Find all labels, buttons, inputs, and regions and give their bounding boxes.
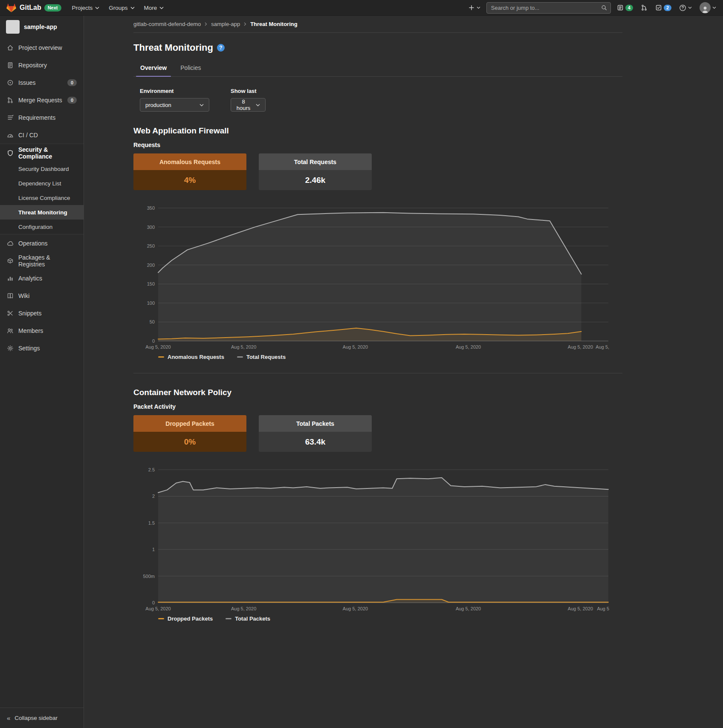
project-head[interactable]: sample-app — [0, 16, 84, 37]
shield-icon — [7, 150, 14, 156]
legend-item-anomalous-requests[interactable]: Anomalous Requests — [158, 354, 224, 360]
sidebar-item-requirements[interactable]: Requirements — [0, 109, 84, 126]
cnp-subheading: Packet Activity — [133, 403, 622, 410]
threat-monitoring-tabs: Overview Policies — [133, 59, 622, 77]
sidebar-item-label: Snippets — [18, 310, 41, 317]
waf-requests-chart: 050100150200250300350Aug 5, 2020Aug 5, 2… — [133, 205, 622, 350]
total-packets-stat-card: Total Packets 63.4k — [259, 415, 372, 452]
chevron-down-icon — [477, 6, 480, 9]
main-content: gitlab-commit-defend-demo sample-app Thr… — [84, 16, 723, 639]
dropped-packets-stat-card: Dropped Packets 0% — [133, 415, 246, 452]
legend-item-dropped-packets[interactable]: Dropped Packets — [158, 615, 213, 622]
search-icon[interactable] — [601, 5, 610, 11]
sidebar-item-label: Requirements — [18, 114, 55, 121]
nav-menu-groups[interactable]: Groups — [104, 0, 139, 16]
sidebar-item-label: Operations — [18, 240, 47, 247]
sidebar-subitem-label: License Compliance — [18, 195, 70, 201]
cnp-packet-chart: 0500m11.522.5Aug 5, 2020Aug 5, 2020Aug 5… — [133, 467, 622, 612]
sidebar-item-merge-requests[interactable]: Merge Requests 0 — [0, 91, 84, 109]
users-icon — [7, 327, 14, 334]
legend-label: Total Packets — [235, 615, 270, 622]
sidebar-item-wiki[interactable]: Wiki — [0, 287, 84, 304]
stat-label: Total Requests — [259, 153, 372, 170]
sidebar-item-label: Analytics — [18, 275, 42, 282]
waf-heading: Web Application Firewall — [133, 126, 622, 136]
breadcrumb-group-link[interactable]: gitlab-commit-defend-demo — [133, 21, 201, 27]
issues-icon — [617, 4, 624, 11]
sidebar-subitem-label: Security Dashboard — [18, 166, 69, 172]
collapse-sidebar-label: Collapse sidebar — [14, 715, 58, 721]
cnp-chart-legend: Dropped Packets Total Packets — [158, 615, 622, 622]
legend-label: Total Requests — [246, 354, 286, 360]
svg-text:300: 300 — [147, 225, 155, 230]
tab-overview[interactable]: Overview — [133, 59, 174, 76]
book-icon — [7, 292, 14, 299]
gear-icon — [7, 345, 14, 352]
svg-text:1: 1 — [152, 547, 155, 552]
filters-row: Environment production Show last 8 hours — [140, 88, 622, 112]
svg-text:Aug 5, 2020: Aug 5, 2020 — [456, 606, 481, 611]
show-last-label: Show last — [231, 88, 266, 94]
help-menu-button[interactable] — [677, 0, 694, 16]
sidebar-item-ci-cd[interactable]: CI / CD — [0, 126, 84, 144]
legend-dash-gray — [237, 356, 243, 358]
sidebar-item-repository[interactable]: Repository — [0, 56, 84, 74]
breadcrumb-project-link[interactable]: sample-app — [211, 21, 240, 27]
help-icon — [679, 4, 686, 12]
list-icon — [7, 114, 14, 121]
project-avatar — [6, 20, 20, 34]
sidebar-item-security-compliance[interactable]: Security & Compliance — [0, 144, 84, 162]
legend-item-total-packets[interactable]: Total Packets — [226, 615, 270, 622]
tab-policies[interactable]: Policies — [174, 59, 208, 76]
cloud-icon — [7, 240, 14, 247]
svg-text:350: 350 — [147, 205, 155, 211]
stat-label: Anomalous Requests — [133, 153, 246, 170]
todo-check-icon — [655, 4, 662, 11]
snippet-scissors-icon — [7, 310, 14, 317]
nav-menu-more-label: More — [144, 5, 157, 11]
sidebar-item-operations[interactable]: Operations — [0, 234, 84, 252]
navbar-merge-requests-button[interactable] — [639, 0, 649, 16]
next-badge: Next — [44, 4, 61, 12]
navbar-todos-button[interactable]: 2 — [654, 0, 673, 16]
sidebar-item-issues[interactable]: Issues 0 — [0, 74, 84, 91]
user-menu-button[interactable] — [698, 0, 718, 16]
svg-text:Aug 5, 2020: Aug 5, 2020 — [231, 606, 256, 611]
gitlab-home-link[interactable]: GitLab Next — [3, 3, 67, 13]
sidebar-group-security: Security & Compliance Security Dashboard… — [0, 144, 84, 234]
environment-select[interactable]: production — [140, 98, 209, 112]
sidebar-nav: Project overview Repository Issues 0 Mer… — [0, 37, 84, 708]
issues-count-badge: 4 — [625, 5, 633, 11]
svg-text:Aug 5, 2020: Aug 5, 2020 — [145, 606, 171, 611]
sidebar-subitem-security-dashboard[interactable]: Security Dashboard — [0, 162, 84, 176]
sidebar-item-label: Merge Requests — [18, 97, 62, 104]
nav-menu-projects[interactable]: Projects — [67, 0, 104, 16]
navbar-issues-button[interactable]: 4 — [615, 0, 635, 16]
chevron-down-icon — [256, 104, 260, 107]
chevron-down-icon — [712, 6, 716, 9]
title-help-icon[interactable]: ? — [217, 44, 225, 52]
sidebar-item-label: Project overview — [18, 44, 62, 51]
sidebar-subitem-configuration[interactable]: Configuration — [0, 220, 84, 234]
sidebar-subitem-threat-monitoring[interactable]: Threat Monitoring — [0, 205, 84, 220]
sidebar-item-label: Settings — [18, 345, 40, 352]
show-last-select[interactable]: 8 hours — [231, 98, 266, 112]
sidebar-item-members[interactable]: Members — [0, 322, 84, 339]
sidebar-item-snippets[interactable]: Snippets — [0, 304, 84, 322]
svg-text:250: 250 — [147, 243, 155, 248]
sidebar-item-label: CI / CD — [18, 132, 38, 139]
sidebar-subitem-license-compliance[interactable]: License Compliance — [0, 191, 84, 205]
search-input[interactable] — [487, 5, 601, 11]
sidebar-item-analytics[interactable]: Analytics — [0, 269, 84, 287]
collapse-sidebar-button[interactable]: « Collapse sidebar — [0, 708, 84, 728]
legend-item-total-requests[interactable]: Total Requests — [237, 354, 286, 360]
sidebar-item-settings[interactable]: Settings — [0, 339, 84, 357]
sidebar-item-packages-registries[interactable]: Packages & Registries — [0, 252, 84, 269]
sidebar-item-project-overview[interactable]: Project overview — [0, 39, 84, 56]
sidebar-item-label: Members — [18, 327, 43, 334]
new-menu-button[interactable] — [466, 0, 482, 16]
legend-dash-orange — [158, 618, 164, 619]
show-last-filter: Show last 8 hours — [231, 88, 266, 112]
sidebar-subitem-dependency-list[interactable]: Dependency List — [0, 176, 84, 191]
nav-menu-more[interactable]: More — [139, 0, 169, 16]
